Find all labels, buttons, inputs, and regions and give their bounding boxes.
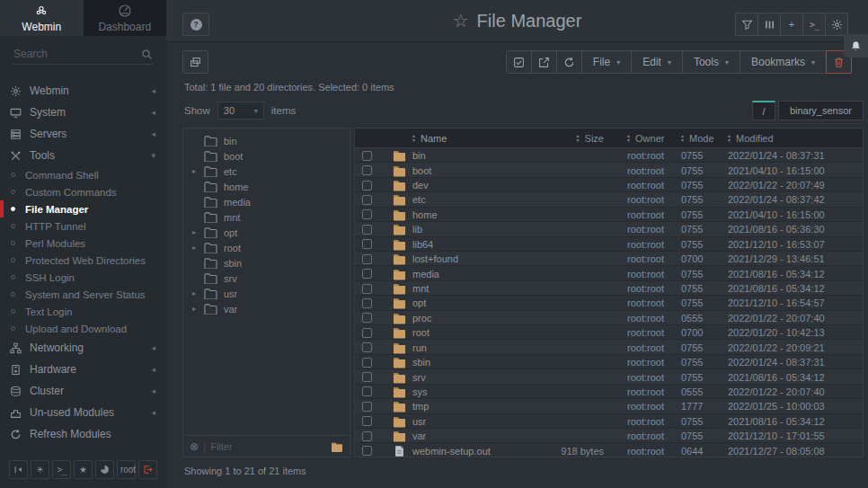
- row-checkbox[interactable]: [362, 284, 372, 294]
- file-row[interactable]: tmp root:root 1777 2022/01/25 - 10:00:03: [355, 399, 863, 413]
- file-row[interactable]: sys root:root 0555 2022/01/22 - 20:07:40: [355, 385, 863, 399]
- breadcrumb-bookmark[interactable]: binary_sensor: [778, 101, 864, 120]
- file-menu[interactable]: File ▾: [581, 50, 632, 74]
- file-row[interactable]: etc root:root 0755 2022/01/24 - 08:37:42: [355, 192, 863, 207]
- row-checkbox[interactable]: [362, 165, 372, 175]
- file-name[interactable]: run: [412, 342, 537, 353]
- row-checkbox[interactable]: [362, 342, 372, 352]
- file-row[interactable]: sbin root:root 0755 2022/01/24 - 08:37:3…: [355, 355, 863, 369]
- collapse-sidebar-button[interactable]: [9, 460, 28, 479]
- sidebar-item[interactable]: Tools ▾: [0, 145, 166, 166]
- tree-item[interactable]: mnt: [183, 209, 350, 225]
- row-checkbox[interactable]: [362, 239, 372, 249]
- sidebar-item[interactable]: Perl Modules: [0, 235, 166, 252]
- file-row[interactable]: media root:root 0755 2021/08/16 - 05:34:…: [355, 266, 863, 280]
- sidebar-item[interactable]: Protected Web Directories: [0, 252, 166, 269]
- tree-item[interactable]: home: [183, 179, 350, 194]
- edit-menu[interactable]: Edit ▾: [631, 50, 683, 74]
- row-checkbox[interactable]: [362, 313, 372, 323]
- select-all-button[interactable]: [506, 50, 532, 74]
- file-row[interactable]: lib root:root 0755 2021/08/16 - 05:36:30: [355, 222, 863, 236]
- row-checkbox[interactable]: [362, 269, 372, 279]
- tab-dashboard[interactable]: Dashboard: [84, 0, 167, 36]
- tree-filter-input[interactable]: [210, 441, 326, 452]
- sidebar-item[interactable]: Upload and Download: [0, 320, 166, 337]
- row-checkbox[interactable]: [362, 402, 372, 412]
- file-name[interactable]: usr: [412, 416, 537, 427]
- shell-button[interactable]: >_: [52, 460, 71, 479]
- file-row[interactable]: webmin-setup.out 918 bytes root:root 064…: [355, 443, 863, 457]
- file-name[interactable]: boot: [412, 165, 537, 176]
- settings-button[interactable]: [825, 13, 848, 36]
- sidebar-item[interactable]: Un-used Modules ◂: [0, 402, 166, 423]
- sidebar-item[interactable]: SSH Login: [0, 269, 166, 286]
- column-header-mode[interactable]: ▴▾ Mode: [681, 133, 728, 144]
- expand-arrow-icon[interactable]: ▸: [192, 167, 204, 175]
- file-name[interactable]: etc: [412, 194, 537, 205]
- file-name[interactable]: bin: [412, 150, 537, 161]
- file-row[interactable]: dev root:root 0755 2022/01/22 - 20:07:49: [355, 178, 863, 192]
- user-button[interactable]: root: [117, 460, 136, 479]
- refresh-button[interactable]: [556, 50, 582, 74]
- tree-item[interactable]: boot: [183, 148, 350, 164]
- file-row[interactable]: proc root:root 0555 2022/01/22 - 20:07:4…: [355, 311, 863, 325]
- file-name[interactable]: home: [412, 209, 537, 220]
- columns-button[interactable]: [757, 13, 781, 36]
- sidebar-item[interactable]: File Manager: [0, 200, 166, 217]
- row-checkbox[interactable]: [362, 446, 372, 456]
- file-row[interactable]: srv root:root 0755 2021/08/16 - 05:34:12: [355, 369, 863, 384]
- file-name[interactable]: webmin-setup.out: [412, 446, 537, 457]
- row-checkbox[interactable]: [362, 225, 372, 235]
- tree-item[interactable]: ▸ etc: [183, 164, 350, 179]
- sidebar-item[interactable]: Webmin ◂: [0, 80, 166, 102]
- file-name[interactable]: var: [412, 430, 537, 441]
- file-row[interactable]: opt root:root 0755 2021/12/10 - 16:54:57: [355, 296, 863, 310]
- tree-item[interactable]: sbin: [183, 255, 350, 271]
- file-row[interactable]: var root:root 0755 2021/12/10 - 17:01:55: [355, 429, 863, 443]
- row-checkbox[interactable]: [362, 372, 372, 382]
- terminal-button[interactable]: >_: [802, 13, 826, 36]
- favorites-button[interactable]: ★: [74, 460, 93, 479]
- notifications-tab[interactable]: [844, 34, 868, 58]
- file-row[interactable]: mnt root:root 0755 2021/08/16 - 05:34:12: [355, 281, 863, 296]
- sidebar-item[interactable]: Text Login: [0, 303, 166, 320]
- sidebar-item[interactable]: System ◂: [0, 102, 166, 123]
- file-name[interactable]: mnt: [412, 283, 537, 294]
- file-row[interactable]: home root:root 0755 2021/04/10 - 16:15:0…: [355, 208, 863, 222]
- sidebar-item[interactable]: System and Server Status: [0, 286, 166, 303]
- copy-path-button[interactable]: [182, 50, 208, 74]
- row-checkbox[interactable]: [362, 298, 372, 308]
- tree-item[interactable]: ▸ var: [183, 301, 350, 316]
- tree-item[interactable]: ▸ usr: [183, 286, 350, 301]
- file-name[interactable]: lost+found: [412, 253, 537, 264]
- row-checkbox[interactable]: [362, 386, 372, 396]
- row-checkbox[interactable]: [362, 254, 372, 264]
- file-row[interactable]: lib64 root:root 0755 2021/12/10 - 16:53:…: [355, 237, 863, 252]
- row-checkbox[interactable]: [362, 328, 372, 338]
- expand-arrow-icon[interactable]: ▸: [192, 305, 204, 313]
- tree-item[interactable]: bin: [183, 133, 350, 148]
- row-checkbox[interactable]: [362, 358, 372, 368]
- row-checkbox[interactable]: [362, 195, 372, 205]
- help-button[interactable]: ?: [182, 13, 209, 36]
- tree-item[interactable]: ▸ opt: [183, 225, 350, 240]
- file-name[interactable]: lib64: [412, 239, 537, 250]
- file-name[interactable]: sys: [412, 386, 537, 397]
- goto-folder-icon[interactable]: [331, 441, 343, 452]
- sidebar-item[interactable]: Refresh Modules: [0, 423, 166, 445]
- expand-arrow-icon[interactable]: ▸: [192, 244, 204, 252]
- file-row[interactable]: usr root:root 0755 2021/08/16 - 05:34:12: [355, 414, 863, 429]
- file-row[interactable]: lost+found root:root 0700 2021/12/29 - 1…: [355, 252, 863, 266]
- file-name[interactable]: sbin: [412, 357, 537, 368]
- sidebar-item[interactable]: Command Shell: [0, 166, 166, 183]
- tab-webmin[interactable]: Webmin: [0, 0, 84, 36]
- favorite-star-icon[interactable]: ☆: [453, 10, 469, 31]
- logout-button[interactable]: [138, 460, 157, 479]
- file-row[interactable]: bin root:root 0755 2022/01/24 - 08:37:31: [355, 148, 863, 163]
- expand-arrow-icon[interactable]: ▸: [192, 228, 204, 236]
- row-checkbox[interactable]: [362, 181, 372, 191]
- search-input[interactable]: [13, 46, 154, 65]
- row-checkbox[interactable]: [362, 431, 372, 441]
- file-name[interactable]: root: [412, 327, 537, 338]
- breadcrumb-root[interactable]: /: [752, 101, 775, 120]
